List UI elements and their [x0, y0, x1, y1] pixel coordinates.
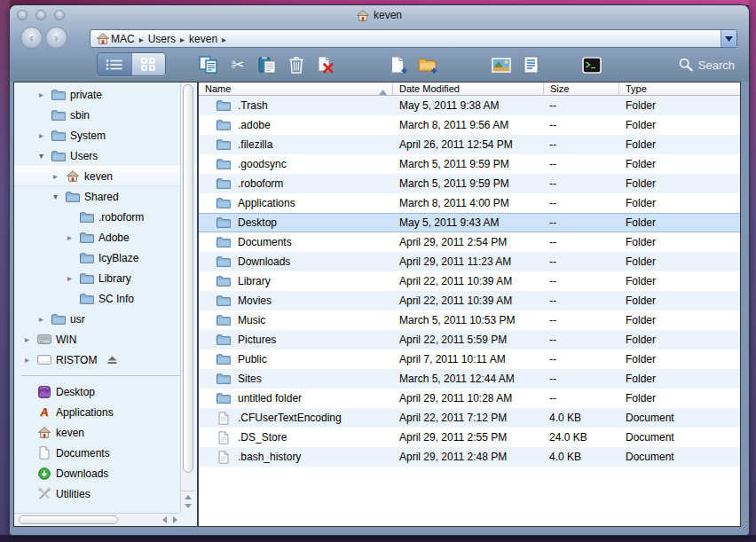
table-row[interactable]: .goodsyncMarch 5, 2011 9:59 PM--Folder	[199, 154, 740, 174]
scroll-right-arrow[interactable]	[173, 516, 177, 523]
list-view-button[interactable]	[98, 53, 131, 75]
back-button[interactable]: ‹	[20, 27, 43, 49]
favorite-item-documents[interactable]: Documents	[14, 443, 197, 463]
icon-view-button[interactable]	[131, 53, 166, 75]
table-row[interactable]: SitesMarch 5, 2011 12:44 AM--Folder	[199, 369, 740, 389]
table-row[interactable]: .TrashMay 5, 2011 9:38 AM--Folder	[199, 96, 740, 115]
delete-x-button[interactable]	[315, 53, 336, 76]
scrollbar-thumb[interactable]	[183, 84, 193, 473]
table-row[interactable]: MusicMarch 5, 2011 10:53 PM--Folder	[199, 310, 740, 330]
sidebar-item-ristom[interactable]: ▸RISTOM	[14, 350, 197, 370]
table-row[interactable]: DesktopMay 5, 2011 9:43 AM--Folder	[199, 213, 740, 232]
table-row[interactable]: .roboformMarch 5, 2011 9:59 PM--Folder	[199, 174, 740, 193]
copy-button[interactable]	[198, 53, 219, 76]
new-folder-button[interactable]	[417, 53, 438, 76]
file-name: Music	[238, 314, 265, 326]
column-header-name[interactable]: Name	[199, 82, 392, 95]
crumb-mac[interactable]: MAC	[111, 33, 135, 45]
file-type: Folder	[618, 334, 740, 346]
folder-icon	[51, 90, 67, 100]
table-row[interactable]: .bash_historyApril 29, 2011 2:48 PM4.0 K…	[199, 447, 740, 467]
sidebar-item-system[interactable]: ▸System	[14, 125, 197, 145]
table-row[interactable]: PublicApril 7, 2011 10:11 AM--Folder	[199, 350, 740, 369]
file-name: Documents	[238, 236, 292, 248]
table-row[interactable]: .CFUserTextEncodingApril 22, 2011 7:12 P…	[199, 408, 740, 428]
sidebar-item-icyblaze[interactable]: IcyBlaze	[14, 247, 197, 268]
view-mode-segmented-control	[97, 52, 166, 76]
crumb-keven[interactable]: keven	[189, 33, 217, 45]
sidebar-vertical-scrollbar[interactable]	[180, 82, 195, 512]
column-header-type[interactable]: Type	[618, 82, 740, 95]
sidebar-item-users[interactable]: ▾Users	[14, 145, 197, 166]
close-button[interactable]	[17, 10, 28, 20]
breadcrumb[interactable]: MAC▸Users▸keven▸	[90, 29, 737, 48]
table-row[interactable]: DownloadsApril 29, 2011 11:23 AM--Folder	[199, 252, 740, 271]
show-details-button[interactable]	[520, 53, 541, 76]
sidebar-item-sc-info[interactable]: SC Info	[14, 288, 197, 309]
path-dropdown-button[interactable]	[721, 30, 736, 47]
zoom-button[interactable]	[54, 10, 65, 20]
column-header-date-modified[interactable]: Date Modified	[392, 82, 543, 95]
file-name-cell: Movies	[199, 295, 392, 307]
sidebar-item-label: Library	[98, 272, 131, 285]
paste-button[interactable]	[256, 53, 278, 76]
search-control[interactable]: Search	[679, 48, 735, 82]
resize-grip[interactable]	[736, 518, 748, 534]
table-row[interactable]: ApplicationsMarch 8, 2011 4:00 PM--Folde…	[199, 193, 740, 213]
favorite-item-utilities[interactable]: Utilities	[14, 483, 197, 504]
crumb-users[interactable]: Users	[148, 33, 176, 45]
terminal-button[interactable]	[581, 53, 602, 76]
file-name: Downloads	[238, 255, 290, 268]
cut-button[interactable]: ✂	[227, 53, 248, 76]
sidebar-item-roboform[interactable]: .roboform	[14, 207, 197, 227]
scroll-down-arrow[interactable]	[185, 504, 192, 508]
column-header-size[interactable]: Size	[543, 82, 618, 95]
sidebar-item-library[interactable]: ▸Library	[14, 268, 197, 288]
disclosure-collapsed-icon[interactable]: ▸	[39, 314, 51, 324]
sidebar-item-keven[interactable]: ▸keven	[14, 166, 197, 186]
sidebar-horizontal-scrollbar[interactable]	[14, 513, 179, 526]
new-document-button[interactable]	[388, 53, 409, 76]
minimize-button[interactable]	[35, 10, 46, 20]
sidebar-item-usr[interactable]: ▸usr	[14, 309, 197, 329]
disclosure-collapsed-icon[interactable]: ▸	[39, 90, 51, 99]
sidebar-item-adobe[interactable]: ▸Adobe	[14, 227, 197, 247]
sidebar-item-shared[interactable]: ▾Shared	[14, 186, 197, 207]
table-row[interactable]: DocumentsApril 29, 2011 2:54 PM--Folder	[199, 232, 740, 252]
disclosure-expanded-icon[interactable]: ▾	[53, 192, 65, 201]
scroll-up-arrow[interactable]	[185, 495, 192, 499]
sidebar-item-sbin[interactable]: sbin	[14, 105, 197, 125]
scrollbar-thumb[interactable]	[19, 515, 118, 524]
disclosure-collapsed-icon[interactable]: ▸	[39, 130, 51, 140]
sidebar-item-private[interactable]: ▸private	[14, 84, 197, 105]
disclosure-expanded-icon[interactable]: ▾	[39, 151, 51, 161]
table-row[interactable]: .adobeMarch 8, 2011 9:56 AM--Folder	[199, 115, 740, 135]
forward-button[interactable]: ›	[45, 27, 67, 49]
table-row[interactable]: LibraryApril 22, 2011 10:39 AM--Folder	[199, 271, 740, 291]
file-date: April 22, 2011 10:39 AM	[392, 295, 543, 307]
favorite-item-desktop[interactable]: Desktop	[14, 381, 197, 402]
scroll-left-arrow[interactable]	[162, 516, 167, 523]
sidebar-item-label: sbin	[70, 109, 90, 122]
disclosure-collapsed-icon[interactable]: ▸	[25, 355, 36, 365]
table-row[interactable]: .filezillaApril 26, 2011 12:54 PM--Folde…	[199, 135, 740, 154]
disclosure-collapsed-icon[interactable]: ▸	[25, 334, 36, 344]
favorite-item-applications[interactable]: AApplications	[14, 402, 197, 422]
file-type: Folder	[618, 99, 740, 112]
sidebar-item-win[interactable]: ▸WIN	[14, 329, 197, 350]
table-row[interactable]: MoviesApril 22, 2011 10:39 AM--Folder	[199, 291, 740, 310]
file-name: .DS_Store	[238, 431, 287, 444]
folder-icon	[216, 295, 232, 306]
show-media-button[interactable]	[491, 53, 512, 76]
favorite-item-keven[interactable]: keven	[14, 422, 197, 443]
disclosure-collapsed-icon[interactable]: ▸	[67, 273, 79, 283]
table-row[interactable]: PicturesApril 22, 2011 5:59 PM--Folder	[199, 330, 740, 350]
table-row[interactable]: untitled folderApril 29, 2011 10:28 AM--…	[199, 389, 740, 408]
disclosure-collapsed-icon[interactable]: ▸	[53, 171, 65, 181]
table-row[interactable]: .DS_StoreApril 29, 2011 2:55 PM24.0 KBDo…	[199, 428, 740, 447]
delete-button[interactable]	[286, 53, 307, 76]
eject-icon[interactable]	[107, 356, 117, 365]
favorite-item-downloads[interactable]: Downloads	[14, 463, 197, 483]
disclosure-collapsed-icon[interactable]: ▸	[67, 232, 79, 242]
file-icon	[216, 431, 232, 444]
